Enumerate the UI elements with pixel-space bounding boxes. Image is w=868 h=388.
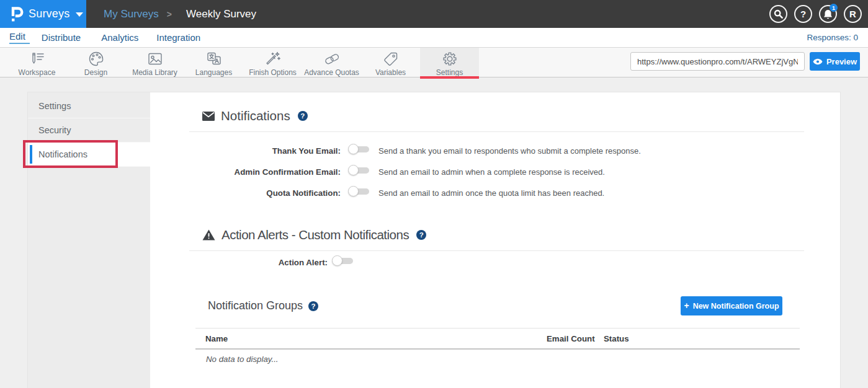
action-alert-row: Action Alert: xyxy=(189,252,804,273)
sidebar-item-notifications[interactable]: Notifications xyxy=(28,143,150,167)
toolbar-item-label: Workspace xyxy=(19,68,56,77)
toolbar-item-design[interactable]: Design xyxy=(66,48,125,77)
table-header-row: Name Email Count Status xyxy=(195,328,800,350)
variables-icon xyxy=(383,51,399,67)
column-name: Name xyxy=(195,334,547,343)
toolbar-item-advance-quotas[interactable]: Advance Quotas xyxy=(302,48,361,77)
workspace-icon xyxy=(29,51,46,67)
envelope-icon xyxy=(202,112,215,121)
tab-integration[interactable]: Integration xyxy=(156,32,200,43)
tab-analytics[interactable]: Analytics xyxy=(101,32,138,43)
field-description: Send an email to admin once the quota li… xyxy=(378,188,604,198)
responses-count[interactable]: Responses: 0 xyxy=(807,33,858,42)
field-label: Thank You Email: xyxy=(189,146,341,156)
product-switcher[interactable]: Surveys xyxy=(0,0,86,28)
toolbar-item-label: Design xyxy=(84,68,107,77)
help-icon[interactable]: ? xyxy=(308,301,318,311)
toolbar-item-label: Finish Options xyxy=(249,68,297,77)
toolbar-item-variables[interactable]: Variables xyxy=(361,48,420,77)
top-right-icons: ? 1 R xyxy=(769,5,868,23)
survey-tabs: Edit Distribute Analytics Integration Re… xyxy=(0,28,868,48)
media-library-icon xyxy=(147,51,163,67)
toolbar-item-label: Media Library xyxy=(132,68,177,77)
section-title: Action Alerts - Custom Notifications xyxy=(221,227,409,242)
avatar-initial: R xyxy=(849,9,856,19)
notifications-panel: Notifications ? Thank You Email: Send a … xyxy=(150,92,840,388)
toolbar-item-label: Languages xyxy=(195,68,232,77)
search-button[interactable] xyxy=(769,5,787,23)
admin-confirmation-email-toggle[interactable] xyxy=(348,165,369,176)
toolbar-item-finish-options[interactable]: Finish Options xyxy=(243,48,302,77)
sidebar-item-settings[interactable]: Settings xyxy=(28,94,150,118)
thank-you-email-row: Thank You Email: Send a thank you email … xyxy=(189,140,804,161)
plus-icon: + xyxy=(684,301,689,311)
question-mark-icon: ? xyxy=(800,9,806,19)
new-group-button-label: New Notification Group xyxy=(693,302,779,311)
action-alerts-section-header: Action Alerts - Custom Notifications ? xyxy=(189,227,804,242)
breadcrumb-separator: > xyxy=(167,9,172,19)
breadcrumb-my-surveys[interactable]: My Surveys xyxy=(104,8,159,20)
toolbar-item-settings[interactable]: Settings xyxy=(420,48,479,77)
avatar[interactable]: R xyxy=(844,5,862,23)
section-title: Notifications xyxy=(221,108,290,123)
breadcrumb: My Surveys > Weekly Survey xyxy=(104,8,256,20)
action-alert-toggle[interactable] xyxy=(332,255,353,267)
help-icon[interactable]: ? xyxy=(416,230,426,240)
edit-toolbar: Workspace Design xyxy=(0,48,868,77)
column-status: Status xyxy=(604,334,800,343)
toolbar-item-workspace[interactable]: Workspace xyxy=(7,48,66,77)
warning-icon xyxy=(202,229,215,240)
field-description: Send a thank you email to respondents wh… xyxy=(378,146,641,156)
notifications-button[interactable]: 1 xyxy=(819,5,837,23)
notification-groups-title: Notification Groups xyxy=(208,299,303,312)
quota-notification-toggle[interactable] xyxy=(348,186,369,197)
divider xyxy=(189,250,804,251)
preview-button-label: Preview xyxy=(826,57,857,66)
toolbar-item-languages[interactable]: Languages xyxy=(184,48,243,77)
sidebar-item-label: Security xyxy=(38,125,71,135)
help-button[interactable]: ? xyxy=(794,5,812,23)
search-icon xyxy=(774,9,783,19)
sidebar-item-label: Notifications xyxy=(38,149,87,159)
settings-card: Settings Security Notifications Notifica… xyxy=(27,92,841,388)
advance-quotas-icon xyxy=(323,51,341,67)
column-email-count: Email Count xyxy=(547,334,604,343)
sidebar-item-security[interactable]: Security xyxy=(28,118,150,143)
empty-table-message: No data to display... xyxy=(195,350,800,369)
field-label: Action Alert: xyxy=(189,258,328,267)
main-area: Settings Security Notifications Notifica… xyxy=(0,77,868,388)
toolbar-item-label: Settings xyxy=(436,68,463,77)
preview-button[interactable]: Preview xyxy=(810,52,860,71)
quota-notification-row: Quota Notification: Send an email to adm… xyxy=(189,182,804,203)
languages-icon xyxy=(206,51,222,67)
toolbar-item-media-library[interactable]: Media Library xyxy=(125,48,184,77)
notification-groups-table: Name Email Count Status No data to displ… xyxy=(195,328,800,369)
design-icon xyxy=(88,51,104,67)
chevron-down-icon xyxy=(76,12,83,17)
divider xyxy=(189,131,804,132)
breadcrumb-survey-name: Weekly Survey xyxy=(186,8,256,20)
help-icon[interactable]: ? xyxy=(298,111,308,121)
new-notification-group-button[interactable]: + New Notification Group xyxy=(681,296,782,315)
settings-icon xyxy=(442,51,458,67)
notification-badge: 1 xyxy=(830,4,838,12)
field-description: Send an email to admin when a complete r… xyxy=(378,167,605,177)
tab-edit[interactable]: Edit xyxy=(9,31,30,44)
admin-confirmation-email-row: Admin Confirmation Email: Send an email … xyxy=(189,161,804,182)
questionpro-logo-icon xyxy=(9,6,24,22)
settings-sidebar: Settings Security Notifications xyxy=(28,92,150,388)
notifications-section-header: Notifications ? xyxy=(189,108,804,123)
product-name: Surveys xyxy=(29,7,69,20)
sidebar-item-label: Settings xyxy=(38,101,71,111)
notification-groups-header: Notification Groups ? + New Notification… xyxy=(189,296,804,315)
field-label: Quota Notification: xyxy=(189,188,341,198)
thank-you-email-toggle[interactable] xyxy=(348,144,369,155)
tab-distribute[interactable]: Distribute xyxy=(42,32,81,43)
finish-options-icon xyxy=(265,51,281,67)
field-label: Admin Confirmation Email: xyxy=(189,167,341,177)
top-navigation-bar: Surveys My Surveys > Weekly Survey ? 1 R xyxy=(0,0,868,28)
survey-url-input[interactable] xyxy=(630,52,805,71)
toolbar-item-label: Advance Quotas xyxy=(304,68,359,77)
eye-icon xyxy=(813,58,823,65)
toolbar-item-label: Variables xyxy=(375,68,406,77)
